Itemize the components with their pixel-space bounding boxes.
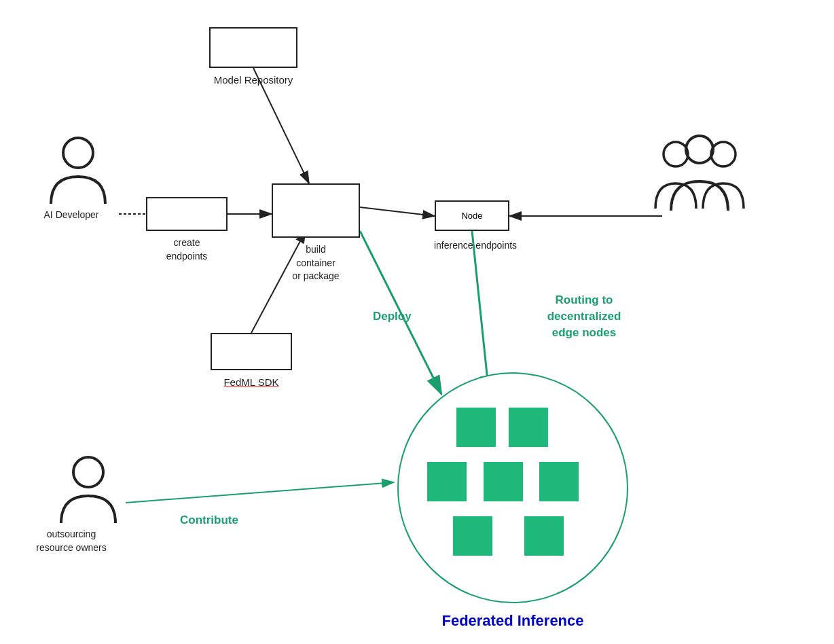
- end-users-person: [652, 132, 747, 214]
- create-endpoints-label: createendpoints: [139, 236, 234, 263]
- svg-point-14: [711, 142, 736, 166]
- outsourcing-icon: [54, 452, 122, 526]
- svg-point-15: [686, 136, 713, 163]
- outsourcing-label: outsourcingresource owners: [20, 528, 122, 554]
- fedml-sdk-label: FedML SDK: [200, 376, 302, 389]
- ai-developer-person: AI Developer: [37, 132, 119, 221]
- node-box: Node: [435, 200, 509, 231]
- outsourcing-person: outsourcingresource owners: [37, 452, 139, 554]
- svg-point-13: [664, 142, 688, 166]
- model-repository-box: [209, 27, 297, 68]
- build-container-label: buildcontaineror package: [265, 243, 367, 283]
- create-endpoints-box: [146, 197, 228, 231]
- svg-line-10: [126, 482, 394, 503]
- deploy-label: Deploy: [373, 309, 412, 324]
- ai-developer-label: AI Developer: [31, 209, 112, 221]
- model-repository-label: Model Repository: [165, 73, 342, 87]
- cluster-square-3: [427, 462, 467, 501]
- cluster-square-5: [539, 462, 579, 501]
- cluster-square-1: [456, 408, 496, 447]
- routing-label: Routing todecentralizededge nodes: [523, 292, 645, 340]
- contribute-label: Contribute: [180, 513, 238, 528]
- svg-point-12: [63, 138, 93, 168]
- cluster-square-4: [484, 462, 523, 501]
- cluster-square-2: [509, 408, 548, 447]
- build-container-box: [272, 183, 360, 238]
- diagram-container: Model Repository createendpoints buildco…: [0, 0, 834, 644]
- svg-point-16: [73, 457, 103, 487]
- federated-inference-label: Federated Inference: [394, 611, 632, 631]
- svg-line-5: [360, 207, 435, 216]
- cluster-square-7: [524, 516, 564, 556]
- end-users-icon: [652, 132, 747, 214]
- ai-developer-icon: [44, 132, 112, 207]
- inference-endpoints-label: inference endpoints: [407, 239, 543, 251]
- cluster-square-6: [453, 516, 492, 556]
- cluster-circle: [397, 372, 628, 603]
- fedml-sdk-box: [211, 333, 292, 370]
- svg-line-9: [472, 231, 489, 394]
